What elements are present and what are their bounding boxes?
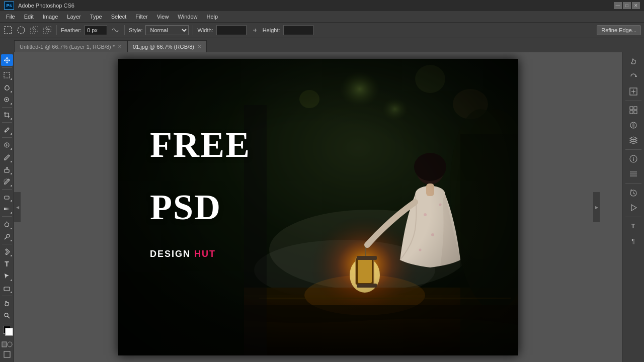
foreground-color[interactable] [3, 326, 11, 334]
right-sep-1 [625, 101, 641, 101]
svg-rect-7 [4, 72, 10, 78]
stamp-btn[interactable] [1, 164, 13, 175]
maximize-button[interactable]: □ [623, 2, 631, 9]
feather-input[interactable] [85, 25, 107, 35]
background-color[interactable] [5, 328, 13, 336]
right-actions-btn[interactable] [624, 201, 642, 215]
style-label: Style: [129, 27, 143, 33]
right-sep-4 [625, 217, 641, 217]
menu-edit[interactable]: Edit [20, 13, 38, 21]
canvas-container: FREE PSD DESIGN HUT [118, 59, 518, 355]
menu-view[interactable]: View [153, 13, 173, 21]
eyedropper-btn[interactable] [1, 124, 13, 136]
healing-btn[interactable] [1, 139, 13, 151]
right-type-icon[interactable]: T [624, 219, 642, 233]
hand-btn[interactable] [1, 298, 13, 309]
minimize-button[interactable]: — [614, 2, 622, 9]
tab-untitled-close[interactable]: ✕ [118, 44, 122, 49]
lasso-btn[interactable] [1, 81, 13, 93]
crop-btn[interactable] [1, 109, 13, 121]
right-history-btn[interactable] [624, 186, 642, 200]
svg-point-1 [18, 27, 25, 34]
menu-file[interactable]: File [2, 13, 19, 21]
zoom-btn[interactable] [1, 310, 13, 321]
collapse-left-arrow[interactable]: ◀ [14, 192, 21, 222]
right-hand-btn[interactable] [624, 54, 642, 68]
blur-btn[interactable] [1, 218, 13, 230]
swap-icon[interactable] [250, 25, 260, 35]
svg-rect-16 [4, 208, 10, 210]
menu-help[interactable]: Help [202, 13, 222, 21]
svg-rect-22 [2, 342, 7, 347]
refine-edge-button[interactable]: Refine Edge... [597, 25, 641, 35]
right-zoom-btn[interactable] [624, 84, 642, 99]
sub-selection-icon[interactable] [42, 25, 52, 35]
move-tool-btn[interactable] [1, 54, 13, 66]
quick-mask-btn[interactable] [2, 340, 13, 350]
rect-select-btn[interactable] [1, 69, 13, 81]
eraser-btn[interactable] [1, 191, 13, 203]
tab-01jpg[interactable]: 01.jpg @ 66.7% (RGB/8) ✕ [127, 40, 207, 52]
window-controls: — □ ✕ [614, 2, 640, 9]
collapse-right-arrow[interactable]: ▶ [593, 192, 600, 222]
toolbar-sep-7 [2, 244, 12, 244]
menu-filter[interactable]: Filter [131, 13, 151, 21]
right-rotate-btn[interactable] [624, 69, 642, 83]
tab-untitled[interactable]: Untitled-1 @ 66.7% (Layer 1, RGB/8) * ✕ [14, 40, 127, 52]
tab-01jpg-close[interactable]: ✕ [197, 44, 201, 49]
select-ellipse-icon[interactable] [16, 25, 26, 35]
menu-layer[interactable]: Layer [63, 13, 85, 21]
svg-rect-23 [8, 342, 12, 347]
title-bar: Ps Adobe Photoshop CS6 — □ ✕ [0, 0, 644, 11]
right-color-btn[interactable] [624, 118, 642, 132]
title-text: Adobe Photoshop CS6 [18, 3, 74, 9]
menu-type[interactable]: Type [86, 13, 106, 21]
history-brush-btn[interactable] [1, 176, 13, 188]
style-select[interactable]: Normal Fixed Ratio Fixed Size [145, 25, 189, 35]
close-button[interactable]: ✕ [632, 2, 640, 9]
add-selection-icon[interactable] [29, 25, 39, 35]
menu-window[interactable]: Window [174, 13, 201, 21]
height-input[interactable] [283, 25, 313, 35]
select-rect-icon[interactable] [3, 25, 13, 35]
toolbar-sep-9 [2, 323, 12, 323]
quick-select-btn[interactable] [1, 94, 13, 106]
right-paragraph-icon[interactable]: ¶ [624, 234, 642, 248]
pen-btn[interactable] [1, 246, 13, 257]
svg-rect-3 [33, 26, 38, 31]
path-select-btn[interactable] [1, 270, 13, 282]
brush-btn[interactable] [1, 151, 13, 163]
toolbar-sep-1 [2, 67, 12, 68]
menu-select[interactable]: Select [107, 13, 131, 21]
options-separator-1 [56, 25, 57, 35]
right-layers-btn[interactable] [624, 133, 642, 147]
canvas-text-hut-word: HUT [194, 249, 216, 259]
feather-label: Feather: [61, 27, 82, 33]
svg-rect-63 [634, 107, 637, 110]
width-input[interactable] [216, 25, 247, 35]
canvas-image[interactable]: FREE PSD DESIGN HUT [118, 59, 518, 355]
right-channels-btn[interactable] [624, 167, 642, 181]
right-sep-3 [625, 183, 641, 184]
main-area: T ◀ [0, 52, 644, 362]
right-grid-btn[interactable] [624, 103, 642, 117]
options-separator-3 [193, 25, 193, 35]
screen-mode-btn[interactable] [4, 351, 11, 360]
svg-rect-15 [5, 196, 9, 199]
right-info-btn[interactable]: i [624, 152, 642, 166]
canvas-text-design-word: DESIGN [150, 249, 191, 259]
toolbar-sep-6 [2, 216, 12, 217]
svg-point-20 [5, 313, 8, 317]
gradient-btn[interactable] [1, 203, 13, 215]
shape-btn[interactable] [1, 283, 13, 294]
color-swatches [3, 326, 11, 334]
toolbar-sep-2 [2, 107, 12, 108]
svg-rect-19 [4, 287, 10, 291]
svg-text:i: i [633, 157, 634, 162]
toolbar-sep-5 [2, 189, 12, 190]
dodge-btn[interactable] [1, 231, 13, 242]
text-btn[interactable]: T [1, 258, 13, 269]
menu-image[interactable]: Image [39, 13, 62, 21]
tabs-bar: Untitled-1 @ 66.7% (Layer 1, RGB/8) * ✕ … [0, 38, 644, 52]
title-bar-left: Ps Adobe Photoshop CS6 [4, 2, 74, 10]
